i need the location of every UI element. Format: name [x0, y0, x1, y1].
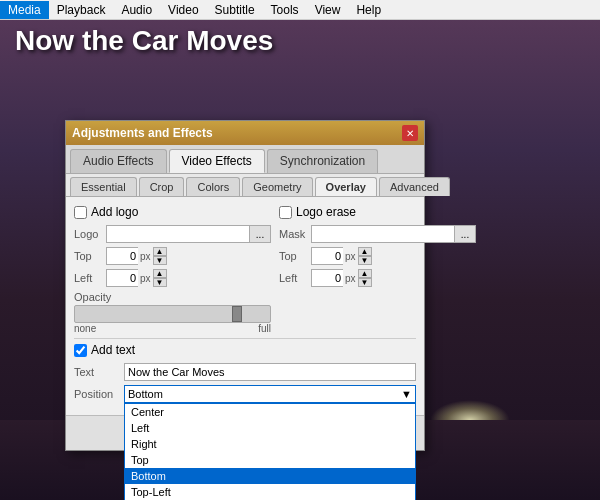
text-label: Text: [74, 366, 124, 378]
logo-browse-btn[interactable]: ...: [249, 225, 271, 243]
slider-max-label: full: [258, 323, 271, 334]
section-divider: [74, 338, 416, 339]
slider-container: [74, 305, 271, 323]
mask-browse-btn[interactable]: ...: [454, 225, 476, 243]
add-logo-row: Add logo: [74, 205, 271, 219]
adjustments-dialog: Adjustments and Effects ✕ Audio Effects …: [65, 120, 425, 451]
logo-field-row: Logo ...: [74, 225, 271, 243]
two-column-layout: Add logo Logo ... Top px ▲: [74, 205, 416, 334]
add-text-section: Add text Text Position Bottom ▼ Center L…: [74, 343, 416, 403]
inner-tab-bar: Essential Crop Colors Geometry Overlay A…: [66, 174, 424, 197]
top-unit-right: px: [345, 251, 356, 262]
logo-input-group: ...: [106, 225, 271, 243]
position-dropdown-trigger[interactable]: Bottom ▼: [124, 385, 416, 403]
tab-colors[interactable]: Colors: [186, 177, 240, 196]
opacity-slider[interactable]: [74, 305, 271, 323]
top-spinner-left: ▲ ▼: [153, 247, 167, 265]
top-field-row-right: Top px ▲ ▼: [279, 247, 476, 265]
top-spinner-right: ▲ ▼: [358, 247, 372, 265]
top-down-right[interactable]: ▼: [358, 256, 372, 265]
slider-labels: none full: [74, 323, 271, 334]
left-spinner-left: ▲ ▼: [153, 269, 167, 287]
menu-playback[interactable]: Playback: [49, 1, 114, 19]
logo-erase-row: Logo erase: [279, 205, 476, 219]
top-unit-left: px: [140, 251, 151, 262]
left-down-right[interactable]: ▼: [358, 278, 372, 287]
top-input-group-left: px ▲ ▼: [106, 247, 167, 265]
top-down-left[interactable]: ▼: [153, 256, 167, 265]
left-spinner-right: ▲ ▼: [358, 269, 372, 287]
menu-audio[interactable]: Audio: [113, 1, 160, 19]
dialog-title: Adjustments and Effects: [72, 126, 213, 140]
menu-subtitle[interactable]: Subtitle: [207, 1, 263, 19]
left-field-row-right: Left px ▲ ▼: [279, 269, 476, 287]
top-input-group-right: px ▲ ▼: [311, 247, 372, 265]
top-label-left: Top: [74, 250, 106, 262]
tab-synchronization[interactable]: Synchronization: [267, 149, 378, 173]
slider-min-label: none: [74, 323, 96, 334]
add-logo-label: Add logo: [91, 205, 138, 219]
dialog-close-icon[interactable]: ✕: [402, 125, 418, 141]
add-text-label: Add text: [91, 343, 135, 357]
left-unit-right: px: [345, 273, 356, 284]
right-column: Logo erase Mask ... Top px ▲: [279, 205, 476, 334]
option-top-left[interactable]: Top-Left: [125, 484, 415, 500]
logo-erase-checkbox[interactable]: [279, 206, 292, 219]
mask-input[interactable]: [311, 225, 454, 243]
top-up-right[interactable]: ▲: [358, 247, 372, 256]
left-input-group-left: px ▲ ▼: [106, 269, 167, 287]
position-selected-value: Bottom: [128, 388, 163, 400]
logo-erase-label: Logo erase: [296, 205, 356, 219]
top-input-left[interactable]: [106, 247, 138, 265]
menubar: Media Playback Audio Video Subtitle Tool…: [0, 0, 600, 20]
position-label: Position: [74, 388, 124, 400]
tab-overlay[interactable]: Overlay: [315, 177, 377, 196]
add-text-checkbox[interactable]: [74, 344, 87, 357]
top-label-right: Top: [279, 250, 311, 262]
menu-tools[interactable]: Tools: [263, 1, 307, 19]
add-logo-checkbox[interactable]: [74, 206, 87, 219]
text-input[interactable]: [124, 363, 416, 381]
option-right[interactable]: Right: [125, 436, 415, 452]
option-center[interactable]: Center: [125, 404, 415, 420]
top-field-row-left: Top px ▲ ▼: [74, 247, 271, 265]
left-unit-left: px: [140, 273, 151, 284]
tab-crop[interactable]: Crop: [139, 177, 185, 196]
left-down-left[interactable]: ▼: [153, 278, 167, 287]
logo-input[interactable]: [106, 225, 249, 243]
add-text-row: Add text: [74, 343, 416, 357]
option-top[interactable]: Top: [125, 452, 415, 468]
left-column: Add logo Logo ... Top px ▲: [74, 205, 271, 334]
dialog-body: Add logo Logo ... Top px ▲: [66, 197, 424, 415]
position-field-row: Position Bottom ▼ Center Left Right Top …: [74, 385, 416, 403]
menu-media[interactable]: Media: [0, 1, 49, 19]
menu-view[interactable]: View: [307, 1, 349, 19]
tab-advanced[interactable]: Advanced: [379, 177, 450, 196]
position-dropdown-list: Center Left Right Top Bottom Top-Left To…: [124, 403, 416, 500]
mask-input-group: ...: [311, 225, 476, 243]
left-up-right[interactable]: ▲: [358, 269, 372, 278]
position-dropdown-container: Bottom ▼ Center Left Right Top Bottom To…: [124, 385, 416, 403]
left-input-group-right: px ▲ ▼: [311, 269, 372, 287]
mask-field-row: Mask ...: [279, 225, 476, 243]
opacity-label: Opacity: [74, 291, 271, 303]
tab-audio-effects[interactable]: Audio Effects: [70, 149, 167, 173]
left-up-left[interactable]: ▲: [153, 269, 167, 278]
option-left[interactable]: Left: [125, 420, 415, 436]
left-input-right[interactable]: [311, 269, 343, 287]
tab-video-effects[interactable]: Video Effects: [169, 149, 265, 173]
left-input-left[interactable]: [106, 269, 138, 287]
top-up-left[interactable]: ▲: [153, 247, 167, 256]
menu-help[interactable]: Help: [348, 1, 389, 19]
left-label-right: Left: [279, 272, 311, 284]
opacity-section: Opacity none full: [74, 291, 271, 334]
tab-geometry[interactable]: Geometry: [242, 177, 312, 196]
dialog-titlebar: Adjustments and Effects ✕: [66, 121, 424, 145]
top-input-right[interactable]: [311, 247, 343, 265]
outer-tab-bar: Audio Effects Video Effects Synchronizat…: [66, 145, 424, 174]
text-field-row: Text: [74, 363, 416, 381]
mask-label: Mask: [279, 228, 311, 240]
option-bottom[interactable]: Bottom: [125, 468, 415, 484]
tab-essential[interactable]: Essential: [70, 177, 137, 196]
menu-video[interactable]: Video: [160, 1, 206, 19]
